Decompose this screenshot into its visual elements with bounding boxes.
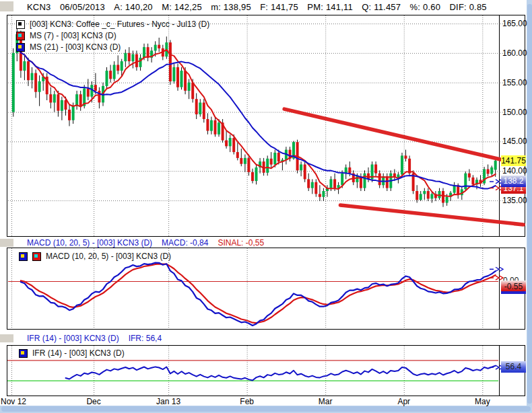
time-axis-label: Apr (397, 397, 410, 406)
macd-value: MACD: -0,84 (162, 238, 208, 248)
time-axis-label: Mar (319, 397, 333, 406)
ms21-series-icon (16, 43, 25, 52)
legend-item-label: MS (7) - [003] KCN3 (D) (30, 31, 117, 40)
ifr-title: IFR (14) - [003] KCN3 (D) (27, 334, 119, 343)
panel-grip (0, 239, 13, 247)
ifr-header: IFR (14) - [003] KCN3 (D)IFR: 56,4 (0, 334, 527, 343)
macd-signal-value: SINAL: -0,55 (218, 238, 264, 248)
time-axis-label: Feb (240, 397, 254, 406)
vertical-scrollbar[interactable] (527, 4, 532, 404)
price-axis-label: 155.00 (502, 78, 525, 87)
price-axis-label: 135.00 (502, 196, 525, 205)
time-axis-label: Nov 12 (1, 397, 26, 406)
ifr-line-icon (19, 349, 28, 358)
macd-signal-icon (32, 252, 41, 261)
macd-header: MACD (10, 20, 5) - [003] KCN3 (D)MACD: -… (0, 239, 527, 248)
price-axis-label: 145.00 (502, 137, 525, 146)
legend-item-ms7[interactable]: MS (7) - [003] KCN3 (D) (16, 31, 117, 40)
time-axis-label: Jan 13 (156, 397, 180, 406)
macd-title: MACD (10, 20, 5) - [003] KCN3 (D) (27, 238, 152, 248)
legend-item-label: MACD (10, 20, 5) - [003] KCN3 (D) (46, 252, 171, 261)
price-axis-label: 160.00 (502, 48, 525, 58)
legend-item-label: [003] KCN3: Coffee _c_ Futures - Nycc - … (30, 20, 209, 29)
legend-item-label: MS (21) - [003] KCN3 (D) (30, 42, 121, 52)
time-axis-label: May (475, 397, 490, 406)
legend-item-ifr[interactable]: IFR (14) - [003] KCN3 (D) (19, 348, 125, 358)
macd-value-badge: -0.55 (501, 280, 526, 294)
panel-grip (0, 1, 13, 11)
ms21-price-badge: 138.2 (501, 176, 526, 187)
price-axis-label: 150.00 (502, 108, 525, 117)
ifr-value: IFR: 56,4 (129, 334, 162, 343)
horizontal-scrollbar[interactable] (1, 406, 531, 412)
legend-item-symbol[interactable]: [003] KCN3: Coffee _c_ Futures - Nycc - … (16, 20, 209, 29)
panel-grip (0, 334, 13, 342)
ms7-series-icon (16, 32, 25, 40)
time-axis: Nov 12DecJan 13FebMarAprMay (0, 397, 527, 406)
quote-bar: KCN3 06/05/2013 A: 140,20 M: 142,25 m: 1… (0, 0, 527, 14)
time-axis-label: Dec (86, 397, 100, 406)
symbol-series-icon (16, 20, 25, 29)
macd-line-icon (19, 252, 28, 261)
last-price-badge: 141.75 (501, 155, 526, 166)
legend-item-ms21[interactable]: MS (21) - [003] KCN3 (D) (16, 42, 121, 52)
quote-string: KCN3 06/05/2013 A: 140,20 M: 142,25 m: 1… (27, 2, 487, 12)
trading-app-window: { "top_bar": { "symbol": "KCN3", "date":… (0, 0, 532, 413)
price-axis-label: 140.00 (502, 166, 525, 176)
price-axis-label: 165.00 (502, 19, 525, 28)
legend-item-macd[interactable]: MACD (10, 20, 5) - [003] KCN3 (D) (19, 252, 171, 261)
ifr-value-badge: 56.4 (501, 361, 526, 373)
legend-item-label: IFR (14) - [003] KCN3 (D) (32, 348, 125, 358)
